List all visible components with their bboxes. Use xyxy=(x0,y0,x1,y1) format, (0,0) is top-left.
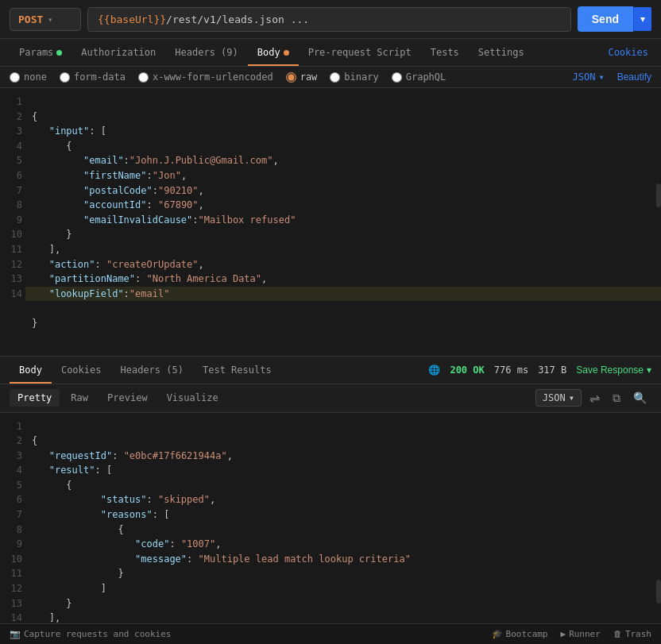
response-body-content[interactable]: { "requestId": "e0bc#17f6621944a", "resu… xyxy=(25,413,661,624)
cookies-link[interactable]: Cookies xyxy=(605,39,651,66)
response-tab-cookies[interactable]: Cookies xyxy=(52,357,111,384)
tab-settings-label: Settings xyxy=(478,47,524,58)
fmt-tab-raw[interactable]: Raw xyxy=(63,389,96,407)
copy-icon[interactable]: ⧉ xyxy=(608,390,625,407)
request-body-editor[interactable]: 1234567891011121314 { "input": [ { "emai… xyxy=(0,88,661,357)
bootcamp-label: Bootcamp xyxy=(506,629,548,639)
runner-label: Runner xyxy=(569,629,601,639)
send-dropdown-button[interactable]: ▾ xyxy=(633,7,651,31)
bootcamp-icon: 🎓 xyxy=(492,629,503,639)
tab-body-label: Body xyxy=(257,47,280,58)
tab-params-label: Params xyxy=(19,47,53,58)
tab-tests-label: Tests xyxy=(431,47,459,58)
capture-requests-item[interactable]: 📷 Capture requests and cookies xyxy=(10,629,171,639)
fmt-tab-visualize[interactable]: Visualize xyxy=(159,389,226,407)
body-dot xyxy=(284,50,289,56)
response-tab-headers[interactable]: Headers (5) xyxy=(110,357,192,384)
response-section: Body Cookies Headers (5) Test Results 🌐 … xyxy=(0,357,661,624)
url-base: {{baseUrl}} xyxy=(98,13,166,25)
search-icon[interactable]: 🔍 xyxy=(628,390,651,406)
json-format-label: JSON xyxy=(573,71,596,83)
trash-item[interactable]: 🗑 Trash xyxy=(613,629,651,639)
trash-icon: 🗑 xyxy=(613,629,622,639)
response-format-chevron-icon: ▾ xyxy=(569,392,574,403)
tab-body[interactable]: Body xyxy=(248,39,299,66)
response-body-editor[interactable]: 1234567891011121314 { "requestId": "e0bc… xyxy=(0,413,661,624)
save-response-button[interactable]: Save Response ▾ xyxy=(576,364,651,376)
method-chevron-icon: ▾ xyxy=(48,15,52,24)
response-size: 317 B xyxy=(538,364,566,376)
request-tabs-row: Params Authorization Headers (9) Body Pr… xyxy=(0,39,661,67)
response-tab-body-label: Body xyxy=(19,364,42,376)
tab-prerequest-label: Pre-request Script xyxy=(308,47,412,58)
response-format-select[interactable]: JSON ▾ xyxy=(535,389,582,407)
response-tab-test-results[interactable]: Test Results xyxy=(193,357,281,384)
save-response-label: Save Response xyxy=(576,364,644,376)
response-tab-body[interactable]: Body xyxy=(10,357,52,384)
request-line-numbers: 1234567891011121314 xyxy=(0,88,25,356)
url-input[interactable]: {{baseUrl}} /rest/v1/leads.json ... xyxy=(87,7,571,32)
response-tab-cookies-label: Cookies xyxy=(61,364,102,376)
url-suffix: /rest/v1/leads.json ... xyxy=(166,13,309,25)
trash-label: Trash xyxy=(625,629,651,639)
option-binary[interactable]: binary xyxy=(330,71,378,83)
response-line-numbers: 1234567891011121314 xyxy=(0,413,25,624)
beautify-button[interactable]: Beautify xyxy=(617,71,651,83)
response-format-bar: Pretty Raw Preview Visualize JSON ▾ ⇌ ⧉ … xyxy=(0,384,661,413)
method-select[interactable]: POST ▾ xyxy=(10,8,81,31)
response-tab-headers-label: Headers (5) xyxy=(120,364,183,376)
params-dot xyxy=(56,50,62,56)
response-tab-test-results-label: Test Results xyxy=(203,364,272,376)
tab-authorization-label: Authorization xyxy=(81,47,156,58)
option-raw[interactable]: raw xyxy=(286,71,318,83)
runner-icon: ▶ xyxy=(561,629,566,639)
request-scrollbar[interactable] xyxy=(656,183,661,207)
capture-label: Capture requests and cookies xyxy=(24,629,171,639)
send-button[interactable]: Send xyxy=(578,6,633,32)
save-response-chevron-icon: ▾ xyxy=(647,364,651,376)
bootcamp-item[interactable]: 🎓 Bootcamp xyxy=(492,629,548,639)
request-body-content[interactable]: { "input": [ { "email":"John.J.Public@Gm… xyxy=(25,88,661,356)
response-status: 200 OK xyxy=(450,364,484,376)
tab-tests[interactable]: Tests xyxy=(421,39,469,66)
option-graphql[interactable]: GraphQL xyxy=(392,71,446,83)
json-format-select[interactable]: JSON ▾ xyxy=(573,71,605,83)
response-format-label: JSON xyxy=(543,392,566,403)
method-label: POST xyxy=(18,13,43,25)
response-time: 776 ms xyxy=(494,364,528,376)
tab-headers-label: Headers (9) xyxy=(175,47,238,58)
tab-params[interactable]: Params xyxy=(10,39,72,66)
option-form-data[interactable]: form-data xyxy=(60,71,126,83)
json-format-chevron-icon: ▾ xyxy=(598,71,604,83)
tab-prerequest[interactable]: Pre-request Script xyxy=(299,39,421,66)
option-none[interactable]: none xyxy=(10,71,47,83)
status-bar: 📷 Capture requests and cookies 🎓 Bootcam… xyxy=(0,623,661,644)
tab-settings[interactable]: Settings xyxy=(469,39,534,66)
option-urlencoded[interactable]: x-www-form-urlencoded xyxy=(138,71,273,83)
runner-item[interactable]: ▶ Runner xyxy=(561,629,601,639)
tab-headers[interactable]: Headers (9) xyxy=(165,39,247,66)
body-options-row: none form-data x-www-form-urlencoded raw… xyxy=(0,67,661,88)
fmt-tab-preview[interactable]: Preview xyxy=(99,389,156,407)
capture-icon: 📷 xyxy=(10,629,21,639)
request-bar: POST ▾ {{baseUrl}} /rest/v1/leads.json .… xyxy=(0,0,661,39)
response-scrollbar[interactable] xyxy=(656,580,661,604)
response-meta: 🌐 200 OK 776 ms 317 B Save Response ▾ xyxy=(428,364,651,376)
response-globe-icon: 🌐 xyxy=(428,364,440,376)
response-tabs-row: Body Cookies Headers (5) Test Results 🌐 … xyxy=(0,357,661,384)
filter-icon[interactable]: ⇌ xyxy=(585,389,605,407)
tab-authorization[interactable]: Authorization xyxy=(72,39,165,66)
fmt-tab-pretty[interactable]: Pretty xyxy=(10,389,60,407)
send-button-group: Send ▾ xyxy=(578,6,651,32)
